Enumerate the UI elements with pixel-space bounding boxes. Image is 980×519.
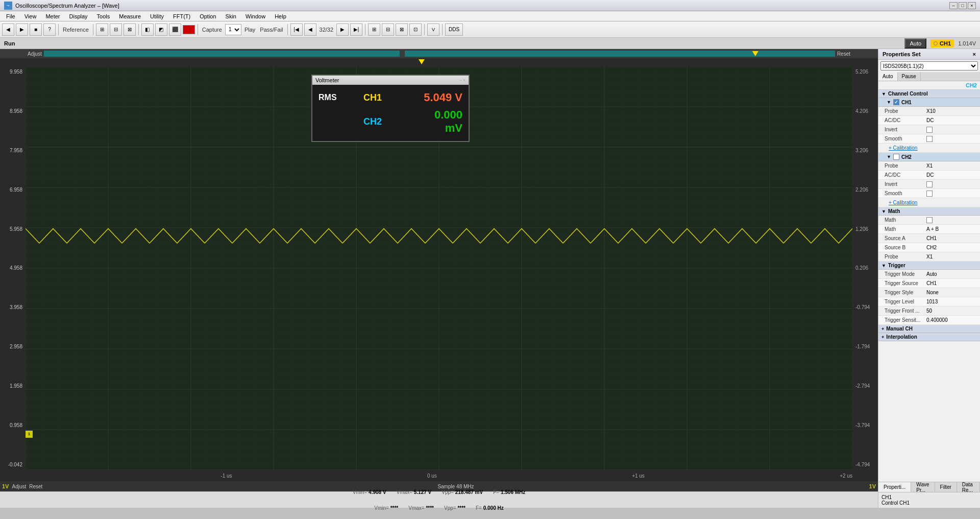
section-toggle-interp[interactable]: + (881, 335, 884, 340)
yr-label-0: 5.206 (853, 69, 877, 75)
toolbar-stop-button[interactable]: ■ (30, 23, 42, 36)
tab-auto[interactable]: Auto (878, 72, 898, 81)
capture-count: 32/32 (318, 27, 335, 33)
reset-scale-button[interactable]: Reset (29, 484, 42, 489)
tb-icon-6[interactable]: ⬛ (169, 23, 181, 36)
tb-icon-2[interactable]: ⊟ (110, 23, 122, 36)
tab-wave-pr[interactable]: Wave Pr... (911, 482, 935, 492)
tb-icon-3[interactable]: ⊠ (124, 23, 136, 36)
prev-button[interactable]: ◀ (304, 23, 316, 36)
prop-val-smooth2[interactable] (924, 191, 980, 197)
prop-val-sourcea[interactable]: CH1 (924, 235, 980, 241)
math-checkbox[interactable] (926, 217, 933, 223)
close-button[interactable]: × (968, 2, 976, 9)
separator-2 (93, 24, 93, 35)
menu-item-help[interactable]: Help (271, 12, 290, 20)
prop-val-trigmode[interactable]: Auto (924, 271, 980, 277)
prop-val-acdc1[interactable]: DC (924, 117, 980, 123)
ch1-toggle[interactable]: ▼ (887, 100, 891, 105)
ch2-indicator: CH2 (878, 81, 980, 90)
tb-grid-4[interactable]: ⊡ (409, 23, 422, 36)
prop-val-sourceb[interactable]: CH2 (924, 245, 980, 250)
section-label-channel: Channel Control (888, 91, 928, 97)
section-interpolation[interactable]: + Interpolation (878, 333, 980, 341)
maximize-button[interactable]: □ (959, 2, 967, 9)
tb-icon-4[interactable]: ◧ (141, 23, 154, 36)
reset-label-top[interactable]: Reset (835, 51, 852, 57)
ch2-checkbox[interactable] (893, 154, 899, 160)
section-math[interactable]: ▼ Math (878, 207, 980, 216)
adjust-label-top[interactable]: Adjust (26, 51, 44, 57)
prop-val-trigsrc[interactable]: CH1 (924, 280, 980, 286)
section-toggle-trigger[interactable]: ▼ (881, 263, 886, 268)
tab-properties[interactable]: Properti... (878, 482, 911, 492)
prev-capture-button[interactable]: |◀ (290, 23, 303, 36)
tb-grid-1[interactable]: ⊞ (368, 23, 380, 36)
voltmeter-close-button[interactable]: × (463, 78, 465, 83)
next-button[interactable]: ▶ (336, 23, 349, 36)
auto-button[interactable]: Auto (904, 38, 926, 49)
tab-filter[interactable]: Filter (935, 482, 957, 492)
prop-val-trigfront[interactable]: 50 (924, 308, 980, 314)
prop-val-trigstyle[interactable]: None (924, 290, 980, 295)
minimize-button[interactable]: – (949, 2, 958, 9)
tb-icon-1[interactable]: ⊞ (96, 23, 108, 36)
ch2-toggle[interactable]: ▼ (887, 154, 891, 159)
menu-item-view[interactable]: View (20, 12, 41, 20)
tab-data-re[interactable]: Data Re... (957, 482, 980, 492)
toolbar-forward-button[interactable]: ▶ (16, 23, 28, 36)
menu-item-meter[interactable]: Meter (41, 12, 64, 20)
menu-item-window[interactable]: Window (241, 12, 270, 20)
prop-val-triglevel[interactable]: 1013 (924, 299, 980, 304)
prop-val-acdc2[interactable]: DC (924, 172, 980, 178)
invert1-checkbox[interactable] (926, 127, 933, 133)
next-capture-button[interactable]: ▶| (350, 23, 362, 36)
prop-val-invert1[interactable] (924, 127, 980, 133)
prop-val-invert2[interactable] (924, 181, 980, 187)
prop-val-probe2[interactable]: X1 (924, 163, 980, 169)
menu-item-file[interactable]: File (2, 12, 19, 20)
volt-meter-button[interactable]: V (427, 23, 439, 36)
prop-val-probe1[interactable]: X10 (924, 108, 980, 114)
voltmeter-title-bar[interactable]: Voltmeter – × (312, 76, 469, 85)
section-toggle-channel[interactable]: ▼ (881, 91, 886, 97)
section-manual-ch[interactable]: + Manual CH (878, 325, 980, 333)
dds-button[interactable]: DDS (445, 23, 463, 36)
properties-close-icon[interactable]: × (973, 51, 976, 57)
time-scrollbar[interactable]: Adjust Reset (0, 49, 878, 58)
menu-item-fft-t-[interactable]: FFT(T) (169, 12, 194, 20)
section-toggle-math[interactable]: ▼ (881, 209, 886, 214)
yr-label-8: -2.794 (853, 383, 877, 389)
adjust-scale-button[interactable]: Adjust (12, 484, 26, 489)
ch1-sub-header: ▼ ✓ CH1 (878, 98, 980, 107)
section-toggle-manual[interactable]: + (881, 326, 884, 332)
voltmeter-min-button[interactable]: – (459, 78, 462, 83)
section-channel-control[interactable]: ▼ Channel Control (878, 90, 980, 98)
smooth1-checkbox[interactable] (926, 136, 933, 142)
prop-val-math[interactable]: A + B (924, 226, 980, 232)
section-trigger[interactable]: ▼ Trigger (878, 262, 980, 270)
tab-pause[interactable]: Pause (898, 72, 921, 81)
toolbar-back-button[interactable]: ◀ (2, 23, 14, 36)
tb-grid-3[interactable]: ⊠ (396, 23, 408, 36)
tb-color-button[interactable] (183, 25, 195, 34)
prop-val-math-cb[interactable] (924, 217, 980, 223)
smooth2-checkbox[interactable] (926, 191, 933, 197)
menu-item-measure[interactable]: Measure (115, 12, 145, 20)
capture-combo[interactable]: 1 (225, 24, 241, 35)
ch1-checkbox[interactable]: ✓ (893, 99, 899, 105)
tb-icon-5[interactable]: ◩ (155, 23, 167, 36)
device-select[interactable]: ISDS205B(1.1)(2) (880, 61, 978, 70)
menu-item-utility[interactable]: Utility (146, 12, 168, 20)
tb-grid-2[interactable]: ⊟ (382, 23, 394, 36)
prop-val-smooth1[interactable] (924, 136, 980, 142)
menu-item-skin[interactable]: Skin (222, 12, 240, 20)
menu-item-tools[interactable]: Tools (93, 12, 114, 20)
prop-val-trigsens[interactable]: 0.400000 (924, 317, 980, 323)
toolbar-question-button[interactable]: ? (43, 23, 56, 36)
menu-item-display[interactable]: Display (65, 12, 92, 20)
prop-val-math-probe[interactable]: X1 (924, 254, 980, 260)
ch1-indicator: CH1 (930, 39, 954, 48)
invert2-checkbox[interactable] (926, 181, 933, 187)
menu-item-option[interactable]: Option (195, 12, 220, 20)
